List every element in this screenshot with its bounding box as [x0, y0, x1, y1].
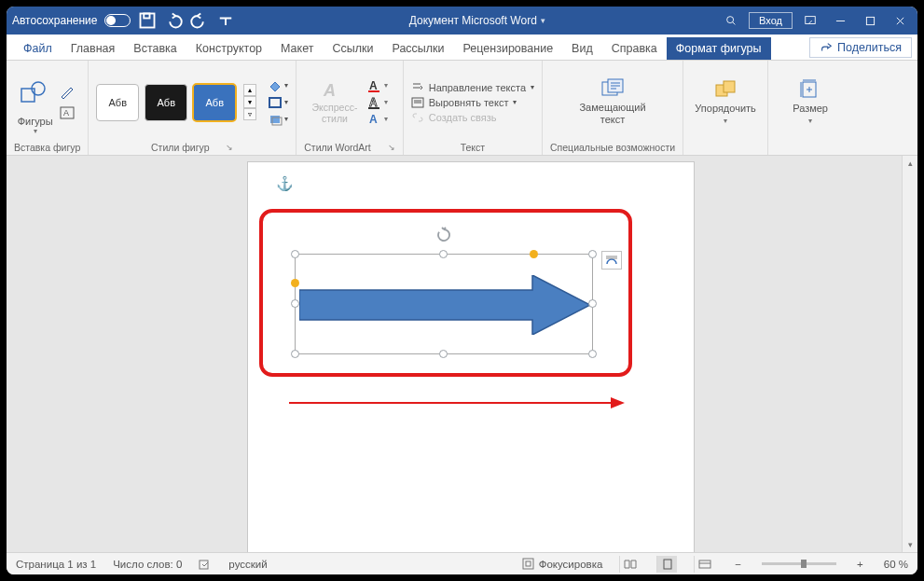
wordart-launcher[interactable]: ↘: [388, 143, 395, 152]
outline-icon: [268, 96, 283, 109]
minimize-button[interactable]: [828, 8, 852, 33]
web-layout-button[interactable]: [694, 556, 714, 573]
tab-help[interactable]: Справка: [602, 37, 667, 60]
shapes-label: Фигуры: [18, 116, 53, 127]
style-thumb-1[interactable]: Абв: [96, 84, 139, 121]
rotate-handle[interactable]: [435, 227, 452, 247]
title-dropdown-icon[interactable]: ▾: [541, 16, 545, 25]
handle-nw[interactable]: [291, 250, 299, 258]
wordart-quickstyles-button[interactable]: A Экспресс- стили: [311, 80, 358, 124]
handle-e[interactable]: [588, 299, 597, 308]
tab-design[interactable]: Конструктор: [186, 37, 271, 60]
share-label: Поделиться: [837, 41, 902, 54]
group-label-size: [809, 140, 812, 153]
group-text: Направление текста▾ Выровнять текст▾ Соз…: [404, 61, 543, 155]
scroll-up-icon[interactable]: ▴: [903, 156, 917, 171]
svg-rect-29: [699, 560, 710, 568]
shape-outline-button[interactable]: ▾: [268, 96, 288, 109]
text-outline-button[interactable]: A▾: [367, 96, 388, 109]
group-label-accessibility: Специальные возможности: [550, 140, 675, 153]
tab-view[interactable]: Вид: [562, 37, 602, 60]
adjust-handle-2[interactable]: [530, 250, 538, 258]
zoom-slider[interactable]: [762, 562, 836, 565]
language-indicator[interactable]: русский: [228, 559, 267, 570]
text-direction-button[interactable]: Направление текста▾: [411, 82, 534, 93]
arrange-button[interactable]: Упорядочить ▾: [691, 79, 760, 125]
close-button[interactable]: [888, 8, 912, 33]
undo-button[interactable]: [164, 11, 183, 30]
zoom-level[interactable]: 60 %: [884, 559, 908, 570]
tab-mailings[interactable]: Рассылки: [382, 37, 453, 60]
shapes-gallery-button[interactable]: [18, 69, 49, 116]
zoom-out-button[interactable]: −: [731, 559, 745, 570]
maximize-button[interactable]: [858, 8, 882, 33]
handle-n[interactable]: [439, 250, 448, 258]
svg-rect-27: [526, 561, 531, 566]
svg-rect-1: [145, 14, 150, 19]
edit-shape-button[interactable]: [57, 84, 77, 101]
tab-review[interactable]: Рецензирование: [454, 37, 563, 60]
read-mode-button[interactable]: [619, 556, 640, 573]
tab-insert[interactable]: Вставка: [124, 37, 186, 60]
style-thumb-2[interactable]: Абв: [145, 84, 187, 121]
redo-button[interactable]: [190, 11, 209, 30]
word-count[interactable]: Число слов: 0: [113, 559, 182, 570]
text-fill-button[interactable]: A▾: [367, 79, 388, 92]
handle-se[interactable]: [588, 350, 597, 358]
text-direction-icon: [411, 82, 424, 93]
tab-home[interactable]: Главная: [62, 37, 125, 60]
print-layout-button[interactable]: [656, 556, 677, 573]
focus-mode-button[interactable]: Фокусировка: [522, 558, 603, 570]
handle-w[interactable]: [291, 299, 299, 308]
shape-effects-button[interactable]: ▾: [268, 113, 288, 126]
arrow-shape[interactable]: [299, 275, 590, 335]
ribbon-display-options[interactable]: [798, 8, 822, 33]
shape-selection[interactable]: [295, 254, 593, 354]
autosave-toggle[interactable]: [104, 14, 131, 27]
zoom-in-button[interactable]: +: [853, 559, 867, 570]
page-indicator[interactable]: Страница 1 из 1: [16, 559, 96, 570]
save-button[interactable]: [138, 11, 157, 30]
tab-file[interactable]: Файл: [14, 37, 62, 60]
text-effects-button[interactable]: A▾: [367, 113, 388, 126]
layout-options-icon: [604, 254, 619, 267]
scroll-down-icon[interactable]: ▾: [903, 537, 917, 552]
size-button[interactable]: Размер ▾: [776, 79, 845, 125]
draw-textbox-button[interactable]: A: [57, 104, 77, 121]
focus-icon: [522, 558, 534, 570]
login-button[interactable]: Вход: [749, 12, 793, 29]
page[interactable]: ⚓: [247, 161, 695, 552]
shapes-dropdown-icon[interactable]: ▾: [18, 127, 53, 135]
adjust-handle-1[interactable]: [291, 279, 299, 287]
handle-s[interactable]: [439, 350, 448, 358]
gallery-down-icon[interactable]: ▾: [243, 96, 256, 108]
group-insert-shapes: Фигуры ▾ A Вставка фигур: [7, 61, 89, 155]
layout-options-button[interactable]: [601, 251, 622, 270]
alt-text-button[interactable]: Замещающий текст: [575, 78, 650, 125]
svg-text:A: A: [323, 81, 336, 100]
shape-fill-button[interactable]: ▾: [268, 79, 288, 92]
gallery-more-icon[interactable]: ▿: [243, 108, 256, 120]
quick-access-toolbar: Автосохранение: [12, 11, 235, 30]
vertical-scrollbar[interactable]: ▴ ▾: [902, 156, 917, 552]
style-thumb-3[interactable]: Абв: [193, 84, 236, 121]
shape-styles-launcher[interactable]: ↘: [226, 143, 233, 152]
handle-sw[interactable]: [291, 350, 299, 358]
gallery-up-icon[interactable]: ▴: [243, 84, 256, 96]
svg-rect-22: [724, 81, 735, 92]
titlebar-right: Вход: [719, 8, 912, 33]
tab-layout[interactable]: Макет: [271, 37, 323, 60]
svg-rect-26: [523, 559, 533, 569]
spellcheck-icon[interactable]: [199, 558, 212, 571]
align-text-button[interactable]: Выровнять текст▾: [411, 97, 517, 108]
qat-customize[interactable]: [216, 11, 235, 30]
share-button[interactable]: Поделиться: [809, 37, 912, 58]
handle-ne[interactable]: [588, 250, 597, 258]
svg-rect-28: [664, 560, 671, 569]
group-shape-styles: Абв Абв Абв ▴ ▾ ▿ ▾ ▾ ▾ Стили фигур ↘: [89, 61, 297, 155]
search-icon[interactable]: [719, 8, 743, 33]
annotation-arrow: [289, 394, 625, 412]
tab-shape-format[interactable]: Формат фигуры: [667, 37, 771, 60]
tab-references[interactable]: Ссылки: [323, 37, 382, 60]
autosave-label: Автосохранение: [12, 14, 97, 27]
